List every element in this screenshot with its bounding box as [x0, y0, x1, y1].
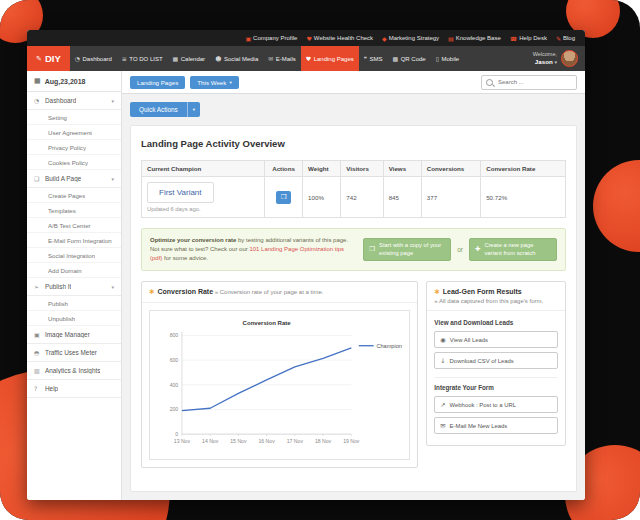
- content-scroll-area: Quick Actions ▾ Landing Page Activity Ov…: [122, 94, 585, 500]
- preview-button[interactable]: ❐: [276, 191, 291, 204]
- chevron-down-icon: ▾: [111, 98, 114, 104]
- views-value: 845: [383, 177, 421, 218]
- webhook-button[interactable]: ↗Webhook : Post to a URL: [434, 396, 558, 413]
- current-date: ▦Aug,23,2018: [27, 71, 121, 92]
- utility-link-knowledge-base[interactable]: ▤Knowledge Base: [448, 35, 501, 42]
- sidebar-item-dashboard[interactable]: ◔Dashboard▾: [27, 92, 121, 110]
- or-text: or: [457, 246, 463, 253]
- quick-actions-caret-button[interactable]: ▾: [187, 102, 200, 117]
- sidebar-item-cookies-policy[interactable]: Cookies Policy: [27, 155, 121, 170]
- nav-item-mobile[interactable]: ▯Mobile: [431, 46, 465, 71]
- download-icon: ↓: [440, 357, 445, 364]
- sidebar-item-publish[interactable]: Publish: [27, 296, 121, 311]
- dashboard-icon: ◔: [75, 55, 80, 62]
- utility-link-help-desk[interactable]: ☎Help Desk: [510, 35, 547, 42]
- panel-title: Conversion Rate: [157, 288, 213, 295]
- svg-text:19 Nov: 19 Nov: [343, 439, 360, 445]
- nav-item-qr-code[interactable]: ▩QR Code: [387, 46, 430, 71]
- headset-icon: ☎: [510, 35, 517, 42]
- sidebar-item-unpublish[interactable]: Unpublish: [27, 311, 121, 326]
- chevron-down-icon: ▾: [554, 59, 557, 65]
- app-window: ▣Company Profile ♥Website Health Check ◆…: [27, 30, 585, 500]
- mobile-icon: ▯: [436, 55, 439, 62]
- conversion-rate-panel-header: ✱Conversion Rate » Conversion rate of yo…: [142, 282, 417, 303]
- this-week-dropdown[interactable]: This Week▾: [190, 76, 238, 89]
- pencil-icon: ✎: [556, 35, 561, 42]
- nav-item-sms[interactable]: ❞SMS: [359, 46, 388, 71]
- sidebar-item-create-pages[interactable]: Create Pages: [27, 188, 121, 203]
- sidebar-item-traffic-uses-meter[interactable]: ◓Traffic Uses Meter: [27, 344, 121, 362]
- content-toolbar: Landing Pages This Week▾: [122, 71, 585, 94]
- search-box[interactable]: [481, 75, 577, 90]
- question-icon: ?: [34, 385, 41, 392]
- utility-link-company-profile[interactable]: ▣Company Profile: [245, 35, 297, 42]
- list-icon: ≡: [122, 55, 127, 62]
- publish-icon: ➢: [34, 283, 41, 290]
- table-header-conversion-rate: Conversion Rate: [481, 161, 566, 177]
- optimize-alert: Optimize your conversion rate by testing…: [141, 228, 566, 271]
- sidebar-item-templates[interactable]: Templates: [27, 203, 121, 218]
- chart-container: 020040060080013 Nov14 Nov15 Nov16 Nov17 …: [149, 310, 410, 460]
- chevron-down-icon: ▾: [193, 107, 195, 112]
- nav-item-social-media[interactable]: ☻Social Media: [210, 46, 263, 71]
- sidebar-item-image-manager[interactable]: ▣Image Manager: [27, 326, 121, 344]
- svg-text:16 Nov: 16 Nov: [259, 439, 276, 445]
- sidebar-item-help[interactable]: ?Help: [27, 380, 121, 398]
- view-all-leads-button[interactable]: ◉View All Leads: [434, 331, 558, 348]
- sidebar-item-add-domain[interactable]: Add Domain: [27, 263, 121, 278]
- sidebar-item-social-integration[interactable]: Social Integration: [27, 248, 121, 263]
- page-title: Landing Page Activity Overview: [141, 138, 566, 149]
- landing-pages-button[interactable]: Landing Pages: [130, 76, 185, 89]
- book-icon: ▤: [448, 35, 454, 42]
- megaphone-icon: ◆: [382, 35, 387, 42]
- integrate-section-heading: Integrate Your Form: [434, 377, 558, 391]
- new-variant-button[interactable]: ✚Create a new page variant from scratch: [469, 238, 557, 261]
- sidebar-item-ab-test-center[interactable]: A/B Test Center: [27, 218, 121, 233]
- image-icon: ▣: [34, 331, 41, 338]
- utility-bar: ▣Company Profile ♥Website Health Check ◆…: [27, 30, 585, 46]
- panel-subtitle: » All data captured from this page's for…: [434, 298, 543, 304]
- conversions-value: 377: [421, 177, 480, 218]
- plus-icon: ✚: [475, 245, 480, 253]
- variant-preview[interactable]: First Variant: [147, 182, 214, 203]
- utility-link-marketing-strategy[interactable]: ◆Marketing Strategy: [382, 35, 439, 42]
- panel-title: Lead-Gen Form Results: [443, 288, 522, 295]
- utility-link-blog[interactable]: ✎Blog: [556, 35, 575, 42]
- nav-item-landing-pages[interactable]: ♥Landing Pages: [301, 46, 359, 71]
- download-csv-button[interactable]: ↓Download CSV of Leads: [434, 352, 558, 369]
- brand-logo[interactable]: ✎DIY: [27, 46, 70, 71]
- svg-text:Champion: Champion: [376, 343, 401, 349]
- main-navbar: ✎DIY ◔Dashboard ≡TO DO LIST ▦Calendar ☻S…: [27, 46, 585, 71]
- avatar: [561, 50, 578, 67]
- nav-item-calendar[interactable]: ▦Calendar: [168, 46, 211, 71]
- nav-item-dashboard[interactable]: ◔Dashboard: [70, 46, 117, 71]
- sidebar-item-email-form-integration[interactable]: E-Mail Form Integration: [27, 233, 121, 248]
- svg-text:17 Nov: 17 Nov: [287, 439, 304, 445]
- sidebar-item-publish-it[interactable]: ➢Publish It▾: [27, 278, 121, 296]
- svg-text:14 Nov: 14 Nov: [202, 439, 219, 445]
- search-input[interactable]: [496, 78, 572, 86]
- panel-subtitle: » Conversion rate of your page at a time…: [215, 289, 324, 295]
- svg-text:0: 0: [175, 431, 178, 437]
- visitors-value: 742: [341, 177, 383, 218]
- svg-text:15 Nov: 15 Nov: [230, 439, 247, 445]
- sidebar-item-privacy-policy[interactable]: Privacy Policy: [27, 140, 121, 155]
- chevron-down-icon: ▾: [229, 80, 231, 85]
- table-header-weight: Weight: [303, 161, 341, 177]
- sidebar-item-setting[interactable]: Setting: [27, 110, 121, 125]
- champions-table: Current Champion Actions Weight Visitors…: [141, 160, 566, 218]
- email-new-leads-button[interactable]: ✉E-Mail Me New Leads: [434, 417, 558, 434]
- sidebar-item-user-agreement[interactable]: User Agreement: [27, 125, 121, 140]
- sidebar-item-analytics-insights[interactable]: ▥Analytics & Insights: [27, 362, 121, 380]
- conversion-rate-chart: 020040060080013 Nov14 Nov15 Nov16 Nov17 …: [154, 315, 405, 455]
- quick-actions-button[interactable]: Quick Actions: [130, 102, 187, 117]
- copy-page-button[interactable]: ❐Start with a copy of your existing page: [363, 238, 451, 261]
- table-header-conversions: Conversions: [421, 161, 480, 177]
- user-menu[interactable]: Welcome, Jason ▾: [526, 46, 585, 71]
- nav-item-emails[interactable]: ✉E-Mails: [263, 46, 301, 71]
- dashboard-icon: ◔: [34, 97, 41, 104]
- sidebar-item-build-a-page[interactable]: ❏Build A Page▾: [27, 170, 121, 188]
- calendar-icon: ▦: [173, 55, 179, 62]
- nav-item-todo-list[interactable]: ≡TO DO LIST: [117, 46, 168, 71]
- utility-link-website-health-check[interactable]: ♥Website Health Check: [306, 35, 373, 42]
